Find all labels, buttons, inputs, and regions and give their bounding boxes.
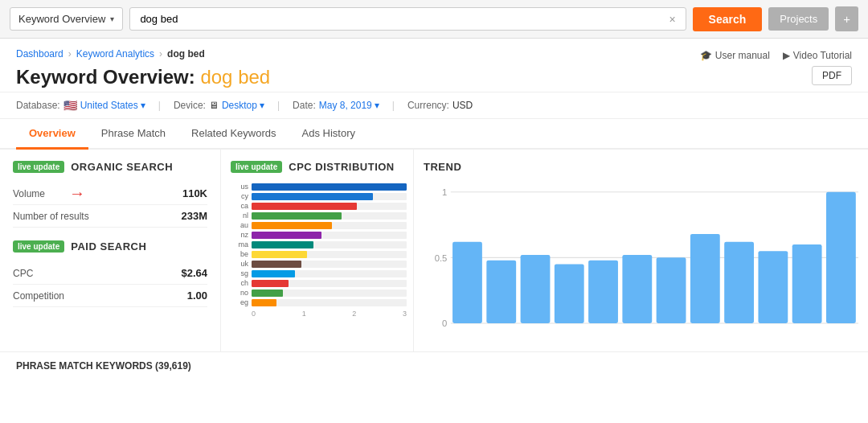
bar-track xyxy=(252,261,407,268)
svg-rect-9 xyxy=(555,265,584,323)
competition-label: Competition xyxy=(13,290,64,302)
search-button[interactable]: Search xyxy=(693,7,763,31)
cpc-x-axis: 0 1 2 3 xyxy=(231,310,407,318)
svg-rect-16 xyxy=(792,244,822,323)
cpc-section-title: CPC DISTRIBUTION xyxy=(289,161,395,173)
svg-rect-8 xyxy=(521,255,551,323)
top-bar: Keyword Overview ▾ × Search Projects + xyxy=(0,0,868,39)
phrase-match-label: PHRASE MATCH KEYWORDS (39,619) xyxy=(16,360,191,372)
video-icon: ▶ xyxy=(783,50,790,61)
bar-fill xyxy=(252,203,357,210)
paid-live-badge: live update xyxy=(13,240,64,253)
database-value[interactable]: United States ▾ xyxy=(80,100,145,111)
desktop-icon: 🖥 xyxy=(209,100,219,111)
keyword-overview-dropdown[interactable]: Keyword Overview ▾ xyxy=(10,7,123,31)
bar-track xyxy=(252,212,407,220)
bar-fill xyxy=(252,232,321,239)
breadcrumb-keyword-analytics[interactable]: Keyword Analytics xyxy=(76,48,154,60)
database-filter: Database: 🇺🇸 United States ▾ xyxy=(16,99,145,112)
competition-value: 1.00 xyxy=(187,290,207,302)
svg-rect-10 xyxy=(588,261,618,323)
cpc-bar-row: au xyxy=(231,221,407,229)
svg-rect-13 xyxy=(690,234,720,323)
bar-country-label: sg xyxy=(231,269,248,277)
paid-section-label: live update PAID SEARCH xyxy=(13,240,207,253)
x-label-3: 3 xyxy=(403,310,407,318)
trend-title: TREND xyxy=(424,161,858,173)
device-value[interactable]: Desktop ▾ xyxy=(222,100,264,111)
bar-fill xyxy=(252,280,289,287)
bar-track xyxy=(252,193,407,200)
divider-1: | xyxy=(158,100,161,111)
svg-text:0: 0 xyxy=(442,319,447,329)
organic-live-badge: live update xyxy=(13,161,64,173)
search-box: × xyxy=(129,7,686,31)
user-manual-link[interactable]: 🎓 User manual xyxy=(700,50,770,61)
search-input[interactable] xyxy=(137,8,665,30)
cpc-bar-row: cy xyxy=(231,192,407,200)
currency-label: Currency: xyxy=(407,100,449,111)
svg-rect-17 xyxy=(826,192,856,323)
cpc-bar-row: no xyxy=(231,289,407,297)
x-label-0: 0 xyxy=(252,310,256,318)
organic-section-title: ORGANIC SEARCH xyxy=(71,161,173,173)
date-label: Date: xyxy=(293,100,316,111)
breadcrumb: Dashboard › Keyword Analytics › dog bed … xyxy=(16,47,852,61)
svg-rect-11 xyxy=(622,255,652,323)
add-project-button[interactable]: + xyxy=(835,6,858,31)
dropdown-label: Keyword Overview xyxy=(18,13,105,25)
volume-row: Volume → 110K xyxy=(13,183,207,205)
tab-overview[interactable]: Overview xyxy=(16,119,88,150)
tab-related-keywords[interactable]: Related Keywords xyxy=(178,119,289,150)
bar-fill xyxy=(252,212,342,220)
cpc-bar-row: ch xyxy=(231,279,407,287)
bar-track xyxy=(252,290,407,297)
title-row: Keyword Overview: dog bed PDF xyxy=(16,66,852,88)
cpc-bar-row: ma xyxy=(231,240,407,248)
database-label: Database: xyxy=(16,100,60,111)
competition-row: Competition 1.00 xyxy=(13,285,207,307)
bar-country-label: no xyxy=(231,289,248,297)
video-tutorial-link[interactable]: ▶ Video Tutorial xyxy=(783,50,852,61)
tab-phrase-match[interactable]: Phrase Match xyxy=(88,119,178,150)
device-label: Device: xyxy=(174,100,206,111)
chevron-down-icon: ▾ xyxy=(375,100,379,111)
date-value[interactable]: May 8, 2019 ▾ xyxy=(319,100,379,111)
svg-rect-15 xyxy=(758,251,788,323)
cpc-label: CPC xyxy=(13,268,33,279)
cpc-value: $2.64 xyxy=(181,267,207,279)
cpc-bar-row: ca xyxy=(231,202,407,210)
left-panel: live update ORGANIC SEARCH Volume → 110K… xyxy=(0,150,221,351)
pdf-button[interactable]: PDF xyxy=(812,66,852,85)
results-label: Number of results xyxy=(13,211,89,222)
svg-text:0.5: 0.5 xyxy=(435,253,448,263)
bar-fill xyxy=(252,261,301,268)
cpc-bar-row: sg xyxy=(231,269,407,277)
svg-rect-6 xyxy=(452,242,482,323)
page-title: Keyword Overview: dog bed xyxy=(16,66,270,88)
x-label-2: 2 xyxy=(352,310,356,318)
volume-label: Volume xyxy=(13,188,45,199)
cpc-bar-row: be xyxy=(231,250,407,258)
results-row: Number of results 233M xyxy=(13,205,207,228)
projects-button[interactable]: Projects xyxy=(768,7,829,31)
bar-track xyxy=(252,270,407,277)
filters-row: Database: 🇺🇸 United States ▾ | Device: 🖥… xyxy=(0,92,868,119)
bar-track xyxy=(252,183,407,191)
user-manual-icon: 🎓 xyxy=(700,50,712,61)
breadcrumb-dashboard[interactable]: Dashboard xyxy=(16,48,63,60)
bar-fill xyxy=(252,241,313,248)
results-value: 233M xyxy=(181,210,207,222)
svg-rect-7 xyxy=(486,261,516,323)
bar-country-label: ca xyxy=(231,202,248,210)
bar-track xyxy=(252,222,407,229)
chevron-down-icon: ▾ xyxy=(141,100,145,111)
clear-icon[interactable]: × xyxy=(665,13,678,26)
chevron-down-icon: ▾ xyxy=(260,100,264,111)
bar-track xyxy=(252,299,407,306)
bar-country-label: ma xyxy=(231,240,248,248)
chevron-down-icon: ▾ xyxy=(110,14,114,23)
bar-track xyxy=(252,232,407,239)
tab-ads-history[interactable]: Ads History xyxy=(289,119,368,150)
x-label-1: 1 xyxy=(302,310,306,318)
